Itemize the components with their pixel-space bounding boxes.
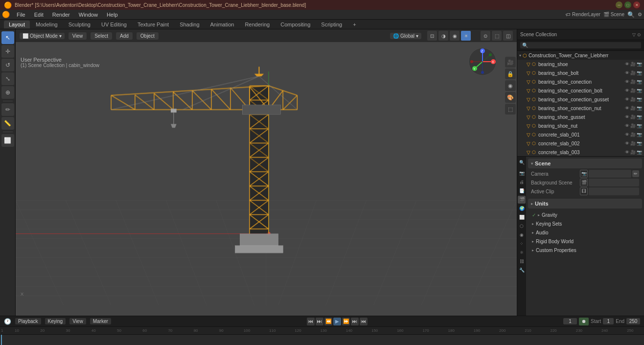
audio-item[interactable]: ▸ Audio [528, 228, 642, 237]
props-search-icon[interactable]: 🔍 [518, 159, 526, 166]
transform-tool[interactable]: ⊕ [1, 86, 14, 99]
outliner-item-shoe-gusset[interactable]: ▽ ⬡ bearing_shoe_gusset 👁 🎥 📷 [517, 113, 644, 121]
render-icon-11[interactable]: 📷 [637, 150, 642, 155]
rotate-tool[interactable]: ↺ [1, 59, 14, 71]
current-frame-display[interactable]: 1 [563, 318, 577, 324]
eye-icon[interactable]: 👁 [625, 62, 629, 67]
jump-end-btn[interactable]: ⏮ [360, 318, 368, 325]
custom-properties-item[interactable]: ▸ Custom Properties [528, 246, 642, 254]
eye-icon-6[interactable]: 👁 [625, 106, 629, 111]
props-tab-material[interactable]: ◉ [518, 231, 526, 239]
camera-icon-7[interactable]: 🎥 [630, 115, 636, 119]
tab-layout[interactable]: Layout [4, 21, 30, 28]
playback-btn[interactable]: Playback [15, 318, 41, 324]
props-tab-view-layer[interactable]: 📑 [518, 187, 526, 195]
props-tab-physics[interactable]: ⚛ [518, 249, 526, 256]
rigid-body-world-item[interactable]: ▸ Rigid Body World [528, 237, 642, 246]
camera-icon-2[interactable]: 🎥 [630, 70, 636, 75]
camera-icon-10[interactable]: 🎥 [630, 141, 636, 146]
next-keyframe-btn[interactable]: ⏭ [351, 318, 359, 325]
menu-help[interactable]: Help [103, 11, 122, 19]
viewport-shading-solid[interactable]: ◑ [438, 31, 448, 41]
units-section-header[interactable]: ▸ Units [528, 199, 642, 208]
props-tab-modifier[interactable]: 🔧 [518, 266, 526, 274]
tab-add[interactable]: + [348, 21, 361, 28]
options-icon[interactable]: ⚙ [638, 12, 642, 17]
menu-file[interactable]: File [13, 11, 29, 19]
props-tab-mesh[interactable]: ⬡ [518, 222, 526, 230]
tab-shading[interactable]: Shading [175, 21, 204, 28]
camera-icon-5[interactable]: 🎥 [630, 97, 636, 102]
camera-icon[interactable]: 🎥 [630, 62, 636, 67]
select-menu-btn[interactable]: Select [91, 32, 112, 40]
record-marker-btn[interactable]: ⏺ [579, 318, 589, 325]
camera-edit-btn[interactable]: ✏ [632, 170, 639, 177]
start-frame-input[interactable]: 1 [603, 318, 614, 324]
global-selector[interactable]: 🌐 Global ▾ [390, 33, 421, 39]
measure-tool[interactable]: 📏 [1, 117, 14, 130]
xray-btn[interactable]: ◫ [503, 31, 513, 41]
scrubber-area[interactable] [0, 335, 644, 345]
camera-icon-11[interactable]: 🎥 [630, 150, 636, 155]
tab-texture-paint[interactable]: Texture Paint [133, 21, 174, 28]
eye-icon-11[interactable]: 👁 [625, 150, 629, 155]
scene-section-header[interactable]: ▾ Scene [528, 159, 642, 168]
collection-root[interactable]: ▾ ⬡ Construction_Tower_Crane_Liebherr [517, 51, 644, 60]
close-button[interactable]: ✕ [633, 1, 640, 8]
tab-compositing[interactable]: Compositing [276, 21, 315, 28]
eye-icon-4[interactable]: 👁 [625, 88, 629, 93]
outliner-search-input[interactable] [520, 42, 641, 48]
add-menu-btn[interactable]: Add [116, 32, 133, 40]
maximize-button[interactable]: □ [624, 1, 631, 8]
outliner-item-conection-nut[interactable]: ▽ ⬡ bearing_shoe_conection_nut 👁 🎥 📷 [517, 104, 644, 113]
camera-icon-9[interactable]: 🎥 [630, 132, 636, 137]
outliner-item-concrete-002[interactable]: ▽ ⬡ concrete_slab_002 👁 🎥 📷 [517, 139, 644, 148]
props-tab-scene[interactable]: 🎬 [518, 196, 526, 204]
render-icon-5[interactable]: 📷 [637, 97, 642, 102]
render-view-btn[interactable]: ◉ [505, 80, 516, 91]
eye-icon-10[interactable]: 👁 [625, 141, 629, 146]
add-cube-tool[interactable]: ⬜ [1, 134, 14, 147]
outliner-item-bearing-shoe-bolt[interactable]: ▽ ⬡ bearing_shoe_bolt 👁 🎥 📷 [517, 69, 644, 77]
overlay-btn[interactable]: ⬚ [492, 31, 502, 41]
minimize-button[interactable]: ─ [616, 1, 622, 8]
view-btn[interactable]: View [69, 318, 86, 324]
outliner-item-shoe-nut[interactable]: ▽ ⬡ bearing_shoe_nut 👁 🎥 📷 [517, 121, 644, 130]
scale-tool[interactable]: ⤡ [1, 72, 14, 85]
eye-icon-8[interactable]: 👁 [625, 123, 629, 128]
tab-modeling[interactable]: Modeling [31, 21, 63, 28]
search-icon[interactable]: 🔍 [627, 11, 635, 18]
playhead[interactable] [1, 335, 2, 345]
outliner-filter-icon[interactable]: ▽ [632, 32, 636, 37]
compositor-btn[interactable]: ⬚ [505, 104, 516, 115]
tab-animation[interactable]: Animation [206, 21, 239, 28]
props-tab-render[interactable]: 📷 [518, 169, 526, 177]
end-frame-input[interactable]: 250 [626, 318, 640, 324]
camera-icon-4[interactable]: 🎥 [630, 88, 636, 93]
viewport-orientation-gizmo[interactable]: Z X Y [468, 47, 497, 76]
mode-selector[interactable]: ⬜ Object Mode ▾ [20, 33, 65, 39]
menu-render[interactable]: Render [48, 11, 74, 19]
render-icon-3[interactable]: 📷 [637, 79, 642, 84]
marker-btn[interactable]: Marker [90, 318, 111, 324]
keying-sets-item[interactable]: ▸ Keying Sets [528, 219, 642, 228]
render-icon-4[interactable]: 📷 [637, 88, 642, 93]
eye-icon-5[interactable]: 👁 [625, 97, 629, 102]
render-icon-2[interactable]: 📷 [637, 70, 642, 75]
tab-scripting[interactable]: Scripting [316, 21, 347, 28]
camera-icon-3[interactable]: 🎥 [630, 79, 636, 84]
outliner-item-bearing-conection[interactable]: ▽ ⬡ bearing_shoe_conection 👁 🎥 📷 [517, 77, 644, 86]
gravity-item[interactable]: ✓ ▸ Gravity [528, 210, 642, 219]
shader-editor-btn[interactable]: 🎨 [505, 92, 516, 103]
viewport[interactable]: ⬜ Object Mode ▾ View Select Add Object 🌐… [16, 29, 517, 316]
gizmo-btn[interactable]: ⊙ [481, 31, 490, 41]
render-icon-10[interactable]: 📷 [637, 141, 642, 146]
outliner-sync-icon[interactable]: ⊙ [637, 32, 641, 37]
camera-view-btn[interactable]: 🎥 [505, 57, 516, 68]
tab-rendering[interactable]: Rendering [240, 21, 275, 28]
viewport-shading-look[interactable]: ◉ [450, 31, 460, 41]
props-tab-particle[interactable]: ⁘ [518, 240, 526, 248]
active-clip-value[interactable] [589, 187, 639, 195]
tab-sculpting[interactable]: Sculpting [64, 21, 95, 28]
outliner-item-conection-gusset[interactable]: ▽ ⬡ bearing_shoe_conection_gusset 👁 🎥 📷 [517, 95, 644, 104]
